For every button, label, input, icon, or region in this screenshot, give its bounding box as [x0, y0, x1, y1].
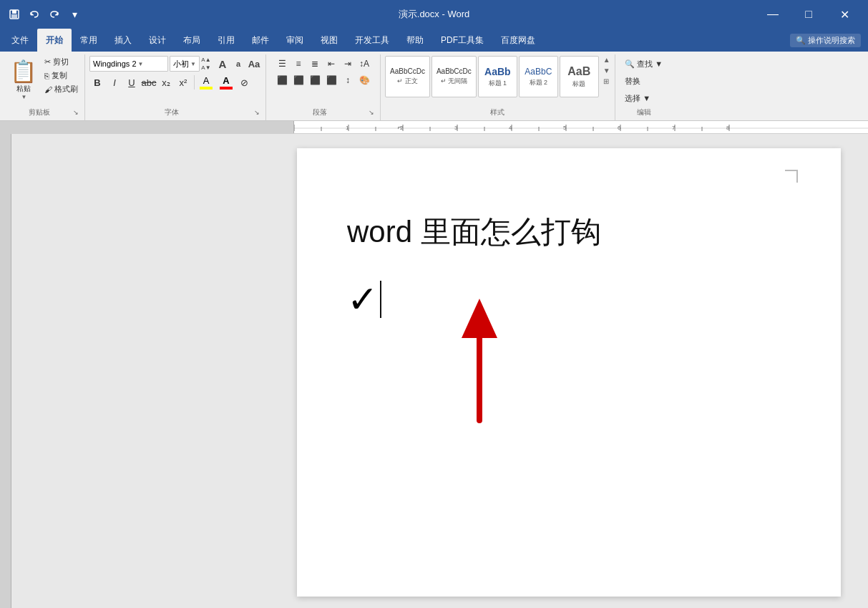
maximize-button[interactable]: □ [792, 3, 825, 26]
align-left-button[interactable]: ⬛ [274, 72, 290, 88]
style-normal[interactable]: AaBbCcDc ↵ 正文 [385, 56, 430, 97]
tab-review[interactable]: 审阅 [278, 29, 312, 52]
font-divider [194, 75, 195, 90]
font-size-increase-button[interactable]: A▲ [201, 57, 211, 64]
font-size-value: 小初 [173, 59, 189, 69]
font-family-selector[interactable]: Wingdings 2 ▼ [89, 56, 168, 72]
tab-file[interactable]: 文件 [3, 29, 37, 52]
strikethrough-button[interactable]: abc [141, 74, 157, 90]
clipboard-group-content: 📋 粘贴 ▼ ✂ 剪切 ⎘ 复制 🖌 格式刷 [6, 56, 80, 106]
quick-access-toolbar: ▾ [6, 6, 83, 23]
increase-indent-button[interactable]: ⇥ [340, 56, 356, 72]
tab-design[interactable]: 设计 [140, 29, 175, 52]
tab-baidu[interactable]: 百度网盘 [492, 29, 544, 52]
paste-label: 粘贴 [16, 84, 31, 94]
style-heading1-label: 标题 1 [489, 79, 507, 88]
cut-label: 剪切 [53, 57, 69, 67]
tab-common[interactable]: 常用 [72, 29, 106, 52]
justify-button[interactable]: ⬛ [323, 72, 339, 88]
subscript-button[interactable]: x₂ [158, 74, 174, 90]
replace-button[interactable]: 替换 [622, 73, 643, 89]
font-case-button[interactable]: Aa [247, 57, 261, 71]
undo-button[interactable] [26, 6, 43, 23]
font-size-dropdown-arrow: ▼ [190, 61, 196, 67]
multilevel-list-button[interactable]: ≣ [307, 56, 323, 72]
font-color-bar [220, 87, 233, 90]
font-color-button[interactable]: A [218, 75, 235, 90]
style-heading2[interactable]: AaBbC 标题 2 [519, 56, 558, 97]
tab-pdf[interactable]: PDF工具集 [432, 29, 492, 52]
shading-button[interactable]: 🎨 [356, 72, 372, 88]
tab-developer[interactable]: 开发工具 [346, 29, 398, 52]
close-button[interactable]: ✕ [828, 3, 861, 26]
cut-button[interactable]: ✂ 剪切 [42, 56, 80, 68]
numbering-button[interactable]: ≡ [291, 56, 306, 72]
font-color-icon: A [223, 75, 229, 86]
style-no-spacing-label: ↵ 无间隔 [441, 77, 468, 86]
editing-group-content: 🔍 查找 ▼ 替换 选择 ▼ [622, 56, 665, 106]
redo-button[interactable] [46, 6, 63, 23]
ruler-tab-indicator: ⌐ [398, 123, 402, 131]
style-title-preview: AaB [567, 65, 590, 78]
superscript-button[interactable]: x² [175, 74, 191, 90]
sort-button[interactable]: ↕A [356, 56, 372, 72]
copy-button[interactable]: ⎘ 复制 [42, 69, 80, 82]
paragraph-expand-icon[interactable]: ↘ [369, 109, 374, 116]
highlight-icon: A [203, 75, 210, 86]
copy-icon: ⎘ [44, 72, 49, 80]
font-expand-icon[interactable]: ↘ [254, 109, 260, 116]
tab-layout[interactable]: 布局 [175, 29, 209, 52]
font-size-selector[interactable]: 小初 ▼ [170, 56, 200, 72]
styles-scroll-down[interactable]: ▼ [603, 67, 610, 74]
format-painter-button[interactable]: 🖌 格式刷 [42, 83, 80, 95]
font-aa-small-button[interactable]: a [231, 57, 245, 71]
minimize-button[interactable]: — [756, 3, 789, 26]
editing-group: 🔍 查找 ▼ 替换 选择 ▼ 编辑 [615, 54, 673, 120]
text-highlight-button[interactable]: A [198, 75, 215, 90]
paragraph-group-content: ☰ ≡ ≣ ⇤ ⇥ ↕A ⬛ ⬛ ⬛ ⬛ ↕ 🎨 [274, 56, 372, 106]
select-button[interactable]: 选择 ▼ [622, 90, 653, 106]
styles-expand[interactable]: ⊞ [603, 77, 610, 85]
svg-text:7: 7 [672, 125, 676, 131]
svg-rect-1 [12, 10, 16, 14]
font-aa-large-button[interactable]: A [215, 57, 230, 71]
search-box[interactable]: 🔍 操作说明搜索 [796, 35, 855, 46]
clipboard-group-label: 剪贴板 [6, 107, 73, 119]
bold-button[interactable]: B [89, 74, 105, 90]
style-no-spacing-preview: AaBbCcDc [437, 67, 472, 75]
decrease-indent-button[interactable]: ⇤ [323, 56, 339, 72]
checkmark-symbol: ✓ [347, 281, 379, 318]
style-heading1[interactable]: AaBb 标题 1 [478, 56, 517, 97]
bullets-button[interactable]: ☰ [274, 56, 290, 72]
font-family-dropdown-arrow: ▼ [138, 61, 144, 67]
italic-button[interactable]: I [107, 74, 122, 90]
format-painter-icon: 🖌 [44, 85, 52, 94]
tab-insert[interactable]: 插入 [106, 29, 140, 52]
customize-quick-access[interactable]: ▾ [66, 6, 83, 23]
clear-format-button[interactable]: ⊘ [236, 74, 252, 90]
line-spacing-button[interactable]: ↕ [340, 72, 356, 88]
clipboard-group: 📋 粘贴 ▼ ✂ 剪切 ⎘ 复制 🖌 格式刷 [1, 54, 85, 120]
page-corner-marker [785, 170, 798, 183]
align-center-button[interactable]: ⬛ [291, 72, 306, 88]
paste-dropdown-arrow: ▼ [21, 94, 27, 100]
ruler-left-margin [11, 121, 294, 133]
font-size-decrease-button[interactable]: A▼ [201, 64, 211, 72]
styles-scroll-up[interactable]: ▲ [603, 56, 610, 64]
left-panel [0, 134, 283, 608]
tab-mailings[interactable]: 邮件 [243, 29, 278, 52]
font-group-label: 字体 [89, 107, 254, 119]
style-title[interactable]: AaB 标题 [560, 56, 599, 97]
underline-button[interactable]: U [124, 74, 140, 90]
tab-references[interactable]: 引用 [209, 29, 243, 52]
style-no-spacing[interactable]: AaBbCcDc ↵ 无间隔 [431, 56, 477, 97]
tab-view[interactable]: 视图 [312, 29, 346, 52]
clipboard-small-buttons: ✂ 剪切 ⎘ 复制 🖌 格式刷 [42, 56, 80, 95]
tab-home[interactable]: 开始 [37, 29, 72, 52]
paste-button[interactable]: 📋 粘贴 ▼ [6, 56, 41, 103]
clipboard-expand-icon[interactable]: ↘ [73, 109, 79, 116]
tab-help[interactable]: 帮助 [398, 29, 432, 52]
find-button[interactable]: 🔍 查找 ▼ [622, 56, 665, 72]
save-button[interactable] [6, 6, 23, 23]
align-right-button[interactable]: ⬛ [307, 72, 323, 88]
